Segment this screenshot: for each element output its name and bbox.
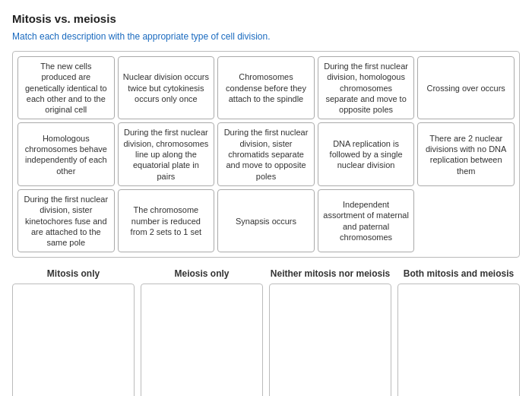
drag-item[interactable]: Synapsis occurs: [217, 189, 315, 252]
drop-column-header: Neither mitosis nor meiosis: [271, 268, 390, 279]
instructions: Match each description with the appropri…: [12, 31, 520, 42]
drop-box[interactable]: [141, 284, 263, 396]
drag-item[interactable]: Crossing over occurs: [417, 56, 515, 119]
drop-box[interactable]: [397, 284, 520, 396]
drop-column-header: Mitosis only: [47, 268, 100, 279]
drop-column-header: Meiosis only: [174, 268, 229, 279]
drop-column: Meiosis only: [141, 268, 263, 396]
drag-item[interactable]: Independent assortment of maternal and p…: [318, 189, 415, 252]
page-title: Mitosis vs. meiosis: [12, 12, 520, 25]
drop-box[interactable]: [12, 284, 135, 396]
drag-item[interactable]: During the first nuclear division, siste…: [17, 189, 115, 252]
drop-column: Neither mitosis nor meiosis: [269, 268, 391, 396]
drop-column: Mitosis only: [12, 268, 135, 396]
drop-section: Mitosis onlyMeiosis onlyNeither mitosis …: [12, 268, 520, 396]
drag-item[interactable]: The chromosome number is reduced from 2 …: [118, 189, 215, 252]
drag-item[interactable]: During the first nuclear division, homol…: [318, 56, 415, 119]
drag-item[interactable]: Homologous chromosomes behave independen…: [17, 122, 115, 185]
drag-item[interactable]: During the first nuclear division, chrom…: [118, 122, 215, 185]
drop-box[interactable]: [269, 284, 391, 396]
drag-area: The new cells produced are genetically i…: [12, 51, 520, 258]
drag-item[interactable]: There are 2 nuclear divisions with no DN…: [417, 122, 515, 185]
drag-item[interactable]: During the first nuclear division, siste…: [217, 122, 315, 185]
drag-item[interactable]: The new cells produced are genetically i…: [17, 56, 115, 119]
drag-item[interactable]: Chromosomes condense before they attach …: [217, 56, 315, 119]
drop-column: Both mitosis and meiosis: [397, 268, 520, 396]
drag-item[interactable]: DNA replication is followed by a single …: [318, 122, 415, 185]
drag-grid: The new cells produced are genetically i…: [17, 56, 515, 252]
drag-item-empty: [417, 189, 515, 252]
drop-column-header: Both mitosis and meiosis: [404, 268, 514, 279]
drag-item[interactable]: Nuclear division occurs twice but cytoki…: [118, 56, 215, 119]
